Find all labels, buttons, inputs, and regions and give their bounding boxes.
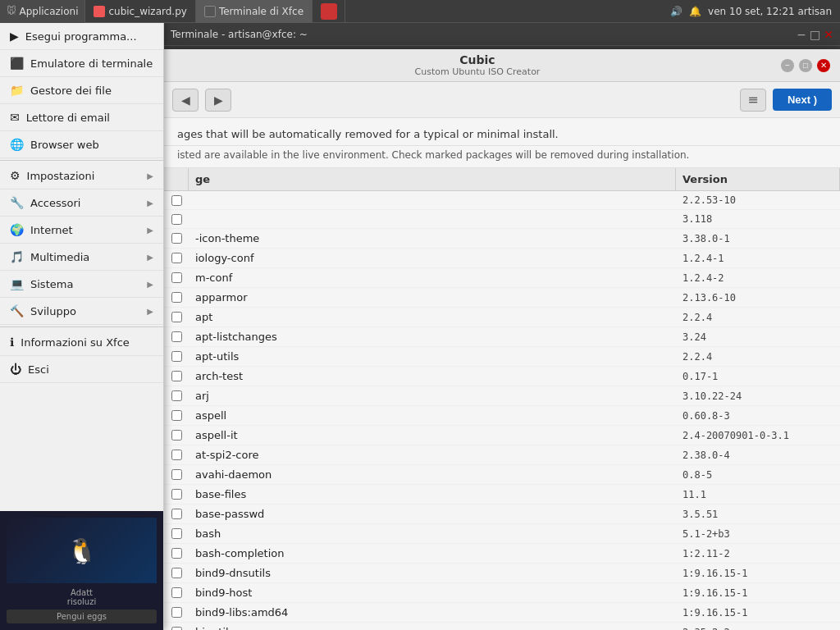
submenu-arrow-6: ▶ [147,307,153,316]
pkg-checkbox[interactable] [171,410,182,421]
pkg-checkbox[interactable] [171,450,182,460]
notification-icon[interactable]: 🔔 [689,6,701,17]
pkg-checkbox[interactable] [171,430,182,441]
pkg-name: bash [189,524,676,543]
files-icon: 📁 [10,84,24,97]
terminal-minimize-icon: − [797,28,806,41]
table-row: apt-utils2.2.4 [164,347,840,367]
table-row: base-files11.1 [164,485,840,504]
tab-cubic-label: cubic_wizard.py [108,6,186,17]
volume-icon[interactable]: 🔊 [670,6,682,17]
preview-text-1: Adatt [7,588,157,597]
pkg-name: apparmor [189,288,676,307]
menu-item-browser[interactable]: 🌐 Browser web [0,131,163,158]
pkg-checkbox[interactable] [171,214,182,225]
cubic-toolbar: ◀ ▶ ≡ Next ) [164,82,840,118]
pkg-version: 11.1 [676,486,840,504]
tab-terminal-label: Terminale di Xfce [219,6,304,17]
pkg-checkbox[interactable] [171,607,182,618]
tab-cubic-wizard[interactable]: cubic_wizard.py [85,0,195,23]
pkg-checkbox[interactable] [171,292,182,303]
menu-item-email[interactable]: ✉ Lettore di email [0,104,163,131]
pkg-checkbox[interactable] [171,331,182,342]
menu-files-label: Gestore dei file [30,84,112,97]
pkg-checkbox-cell [164,525,189,542]
menu-item-run[interactable]: ▶ Esegui programma... [0,23,163,50]
pkg-name: m-conf [189,268,676,287]
terminal-close-icon[interactable]: ✕ [824,28,833,41]
app-menu-button[interactable]: 🐭 Applicazioni [0,0,85,23]
next-button[interactable]: Next ) [773,89,832,111]
pkg-checkbox-cell [164,564,189,582]
pkg-checkbox[interactable] [171,587,182,598]
pkg-checkbox[interactable] [171,528,182,539]
cubic-subtitle: Custom Ubuntu ISO Creator [174,66,781,77]
pkg-checkbox[interactable] [171,272,182,283]
pkg-checkbox[interactable] [171,489,182,500]
menu-internet-label: Internet [30,224,73,236]
pkg-version: 1:2.11-2 [676,545,840,563]
pkg-version: 2.2.4 [676,308,840,326]
pkg-checkbox[interactable] [171,233,182,244]
menu-item-terminal[interactable]: ⬛ Emulatore di terminale [0,50,163,77]
menu-button[interactable]: ≡ [740,89,766,112]
pkg-name: bind9-host [189,583,676,602]
pkg-version: 1:9.16.15-1 [676,604,840,622]
menu-item-settings[interactable]: ⚙ Impostazioni ▶ [0,162,163,189]
about-icon: ℹ [10,336,14,349]
pkg-checkbox[interactable] [171,390,182,401]
pkg-checkbox[interactable] [171,351,182,362]
pkg-checkbox-cell [164,427,189,444]
cubic-close-button[interactable]: ✕ [817,59,830,72]
pkg-checkbox-cell [164,604,189,621]
cubic-maximize-button[interactable]: □ [799,59,812,72]
pkg-checkbox-cell [164,584,189,601]
sistema-icon: 💻 [10,277,24,290]
col-package: ge [189,168,676,190]
application-menu: ▶ Esegui programma... ⬛ Emulatore di ter… [0,23,164,630]
menu-item-multimedia[interactable]: 🎵 Multimedia ▶ [0,244,163,271]
table-row: bind9-host1:9.16.15-1 [164,583,840,603]
pkg-checkbox[interactable] [171,509,182,519]
table-row: apparmor2.13.6-10 [164,288,840,308]
pkg-version: 2.2.53-10 [676,191,840,209]
pkg-checkbox-cell [164,230,189,247]
menu-item-accessories[interactable]: 🔧 Accessori ▶ [0,189,163,217]
pkg-checkbox[interactable] [171,371,182,381]
pkg-version: 2.4-20070901-0-3.1 [676,427,840,445]
pkg-name [189,197,676,203]
pkg-name: -icon-theme [189,229,676,248]
menu-divider-2 [0,326,163,327]
pkg-name: base-files [189,485,676,504]
table-header: ge Version [164,168,840,191]
package-table: ge Version 2.2.53-103.118-icon-theme3.38… [164,168,840,630]
menu-item-sviluppo[interactable]: 🔨 Sviluppo ▶ [0,298,163,325]
table-row: -icon-theme3.38.0-1 [164,229,840,249]
back-button[interactable]: ◀ [172,89,199,112]
pkg-checkbox-cell [164,407,189,424]
pkg-checkbox[interactable] [171,312,182,322]
menu-item-exit[interactable]: ⏻ Esci [0,356,163,383]
pkg-checkbox[interactable] [171,627,182,630]
submenu-arrow-4: ▶ [147,253,153,262]
cubic-minimize-button[interactable]: − [781,59,794,72]
settings-icon: ⚙ [10,169,21,182]
menu-item-files[interactable]: 📁 Gestore dei file [0,77,163,104]
pkg-checkbox[interactable] [171,195,182,206]
pkg-name: arj [189,386,676,405]
pkg-checkbox-cell [164,368,189,385]
tab-icon[interactable] [313,0,345,23]
forward-button[interactable]: ▶ [205,89,231,112]
pkg-checkbox[interactable] [171,568,182,578]
pkg-version: 0.8-5 [676,466,840,484]
menu-item-about[interactable]: ℹ Informazioni su Xfce [0,329,163,356]
table-row: base-passwd3.5.51 [164,504,840,524]
package-rows: 2.2.53-103.118-icon-theme3.38.0-1iology-… [164,191,840,630]
menu-item-sistema[interactable]: 💻 Sistema ▶ [0,271,163,298]
menu-item-internet[interactable]: 🌍 Internet ▶ [0,217,163,244]
tab-terminal[interactable]: Terminale di Xfce [196,0,313,23]
pkg-checkbox[interactable] [171,469,182,480]
taskbar-right: 🔊 🔔 ven 10 set, 12:21 artisan [670,6,840,17]
pkg-checkbox[interactable] [171,548,182,559]
pkg-checkbox[interactable] [171,253,182,263]
